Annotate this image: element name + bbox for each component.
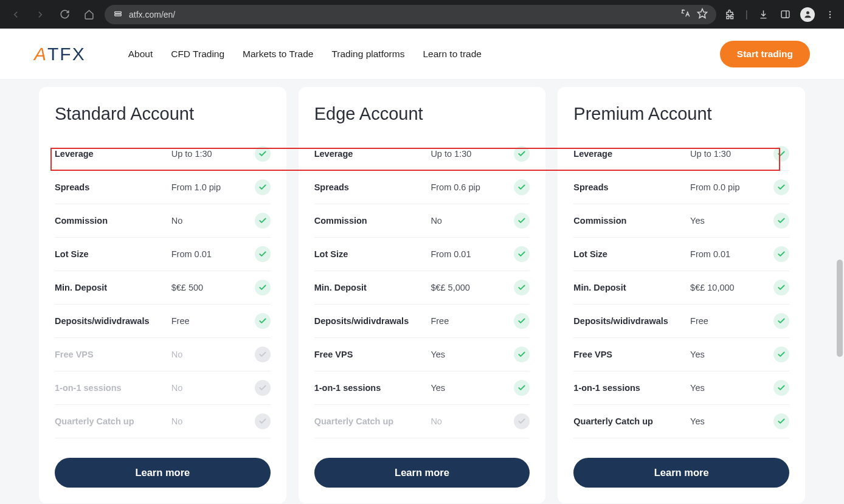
browser-chrome: atfx.com/en/ |	[0, 0, 844, 29]
nav-learn[interactable]: Learn to trade	[423, 49, 482, 60]
back-button[interactable]	[7, 6, 24, 23]
feature-label: Lot Size	[314, 249, 431, 259]
feature-row: SpreadsFrom 0.6 pip	[314, 171, 530, 204]
nav-cfd-trading[interactable]: CFD Trading	[171, 49, 224, 60]
site-settings-icon[interactable]	[113, 9, 123, 20]
translate-icon[interactable]	[680, 8, 691, 21]
feature-label: Spreads	[55, 182, 171, 192]
check-icon	[773, 179, 789, 195]
menu-dots-icon[interactable]	[823, 8, 837, 21]
feature-row: CommissionNo	[314, 204, 530, 238]
feature-row: Free VPSYes	[573, 338, 789, 371]
check-icon	[514, 246, 530, 262]
downloads-icon[interactable]	[756, 8, 770, 21]
check-icon	[773, 347, 789, 362]
feature-value: Up to 1:30	[171, 149, 255, 159]
nav-platforms[interactable]: Trading platforms	[331, 49, 404, 60]
feature-value: Free	[431, 316, 514, 326]
feature-label: Min. Deposit	[314, 283, 431, 292]
feature-value: Yes	[431, 383, 514, 393]
feature-label: Commission	[314, 216, 431, 226]
check-icon	[514, 179, 530, 195]
feature-label: Commission	[573, 216, 690, 226]
feature-value: Up to 1:30	[431, 149, 514, 159]
feature-row: Quarterly Catch upNo	[314, 405, 530, 438]
svg-point-7	[829, 13, 831, 15]
check-icon	[514, 280, 530, 295]
feature-label: Quarterly Catch up	[573, 416, 690, 426]
feature-value: Up to 1:30	[690, 149, 773, 159]
reload-button[interactable]	[56, 6, 73, 23]
feature-row: SpreadsFrom 1.0 pip	[55, 171, 271, 204]
learn-more-button[interactable]: Learn more	[573, 458, 789, 488]
feature-value: From 0.6 pip	[431, 182, 514, 192]
check-icon	[773, 313, 789, 329]
feature-label: Min. Deposit	[55, 283, 171, 292]
feature-row: CommissionYes	[573, 204, 789, 238]
feature-value: Yes	[690, 350, 773, 359]
check-icon	[773, 246, 789, 262]
feature-row: LeverageUp to 1:30	[55, 137, 271, 171]
forward-button[interactable]	[32, 6, 49, 23]
home-button[interactable]	[80, 6, 97, 23]
feature-row: Min. Deposit$€£ 10,000	[573, 271, 789, 305]
feature-value: Yes	[690, 383, 773, 393]
feature-value: $€£ 10,000	[690, 283, 773, 292]
account-title: Standard Account	[55, 104, 271, 124]
feature-label: Spreads	[573, 182, 690, 192]
learn-more-button[interactable]: Learn more	[314, 458, 530, 488]
feature-label: Free VPS	[573, 350, 690, 359]
check-icon	[514, 213, 530, 229]
scrollbar-track[interactable]	[835, 29, 844, 504]
main-nav: About CFD Trading Markets to Trade Tradi…	[128, 49, 482, 60]
feature-value: Yes	[690, 416, 773, 426]
check-icon	[773, 280, 789, 295]
scrollbar-thumb[interactable]	[837, 260, 843, 357]
account-title: Edge Account	[314, 104, 530, 124]
svg-rect-1	[115, 14, 122, 16]
feature-row: 1-on-1 sessionsYes	[314, 371, 530, 405]
start-trading-button[interactable]: Start trading	[720, 41, 810, 67]
svg-marker-2	[697, 9, 707, 18]
feature-label: Spreads	[314, 182, 431, 192]
logo[interactable]: ATFX	[34, 44, 86, 64]
feature-label: Free VPS	[55, 350, 171, 359]
check-icon	[255, 280, 271, 295]
feature-row: Lot SizeFrom 0.01	[573, 238, 789, 271]
check-icon	[773, 413, 789, 429]
bookmark-star-icon[interactable]	[697, 8, 708, 21]
account-card: Standard AccountLeverageUp to 1:30Spread…	[39, 87, 286, 503]
feature-label: Leverage	[573, 149, 690, 159]
learn-more-button[interactable]: Learn more	[55, 458, 271, 488]
nav-markets[interactable]: Markets to Trade	[243, 49, 313, 60]
feature-row: Quarterly Catch upNo	[55, 405, 271, 438]
extensions-icon[interactable]	[724, 8, 737, 21]
browser-right-icons: |	[724, 7, 837, 22]
check-icon	[514, 313, 530, 329]
feature-value: $€£ 500	[171, 283, 255, 292]
feature-row: SpreadsFrom 0.0 pip	[573, 171, 789, 204]
check-disabled-icon	[514, 413, 530, 429]
feature-value: No	[431, 416, 514, 426]
nav-about[interactable]: About	[128, 49, 153, 60]
check-icon	[514, 146, 530, 162]
feature-row: Min. Deposit$€£ 5,000	[314, 271, 530, 305]
feature-value: From 0.01	[690, 249, 773, 259]
feature-row: Deposits/widivdrawalsFree	[314, 305, 530, 338]
account-card: Premium AccountLeverageUp to 1:30Spreads…	[558, 87, 805, 503]
page-content: ATFX About CFD Trading Markets to Trade …	[0, 29, 844, 504]
check-icon	[773, 380, 789, 396]
feature-row: Free VPSNo	[55, 338, 271, 371]
check-icon	[773, 146, 789, 162]
accounts-grid: Standard AccountLeverageUp to 1:30Spread…	[0, 80, 844, 504]
feature-label: Deposits/widivdrawals	[573, 316, 690, 326]
feature-row: Deposits/widivdrawalsFree	[55, 305, 271, 338]
feature-row: CommissionNo	[55, 204, 271, 238]
profile-avatar[interactable]	[800, 7, 815, 22]
side-panel-icon[interactable]	[778, 8, 792, 21]
feature-row: 1-on-1 sessionsYes	[573, 371, 789, 405]
feature-label: Quarterly Catch up	[314, 416, 431, 426]
feature-label: 1-on-1 sessions	[573, 383, 690, 393]
feature-value: Free	[690, 316, 773, 326]
address-bar[interactable]: atfx.com/en/	[105, 5, 716, 24]
